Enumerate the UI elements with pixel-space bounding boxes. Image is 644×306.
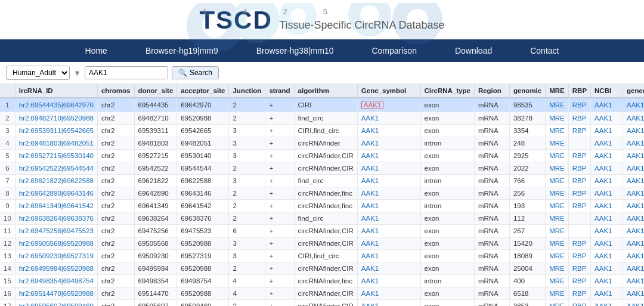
ncbi-link[interactable]: AAK1 [591,275,623,288]
ncbi-link[interactable]: AAK1 [591,125,623,137]
genecards-link[interactable]: AAK1 [623,300,644,307]
nav-download[interactable]: Download [436,39,511,62]
table-row[interactable]: 12hr2:69505568|69520988chr26950556869520… [0,237,644,250]
nav-contact[interactable]: Contact [511,39,578,62]
gene-symbol[interactable]: AAK1 [357,112,420,125]
nav-browser-hg19[interactable]: Browser-hg19|mm9 [126,39,237,62]
circrna-id[interactable]: hr2:69509230|69527319 [15,250,97,262]
genecards-link[interactable]: AAK1 [623,125,644,137]
rbp-link[interactable] [568,225,590,237]
circrna-id[interactable]: hr2:69481803|69482051 [15,137,97,150]
circrna-id[interactable]: hr2:69642890|69643146 [15,187,97,200]
ncbi-link[interactable]: AAK1 [591,175,623,187]
search-input[interactable] [85,66,168,79]
ncbi-link[interactable]: AAK1 [591,112,623,125]
table-row[interactable]: 11hr2:69475256|69475523chr26947525669475… [0,225,644,237]
mre-link[interactable]: MRE [546,98,569,112]
table-row[interactable]: 10hr2:69638264|69638376chr26963826469638… [0,212,644,225]
circrna-id[interactable]: hr2:69544435|69642970 [15,98,97,112]
circrna-id[interactable]: hr2:69527215|69530140 [15,150,97,162]
mre-link[interactable]: MRE [546,262,569,275]
mre-link[interactable]: MRE [546,275,569,288]
table-row[interactable]: 6hr2:69542522|69544544chr269542522695445… [0,162,644,175]
genecards-link[interactable]: AAK1 [623,112,644,125]
genecards-link[interactable]: AAK1 [623,275,644,288]
species-dropdown[interactable]: Human_Adult Human_Fetal Mouse_Adult Mous… [6,66,70,80]
table-row[interactable]: 13hr2:69509230|69527319chr26950923069527… [0,250,644,262]
ncbi-link[interactable]: AAK1 [591,250,623,262]
genecards-link[interactable]: AAK1 [623,98,644,112]
mre-link[interactable]: MRE [546,237,569,250]
table-row[interactable]: 17hr2:69505607|69509460chr26950560769509… [0,300,644,307]
genecards-link[interactable]: AAK1 [623,262,644,275]
gene-symbol[interactable]: AAK1 [357,275,420,288]
nav-comparison[interactable]: Comparison [352,39,435,62]
rbp-link[interactable]: RBP [568,112,590,125]
search-button[interactable]: 🔍 Search [172,66,219,79]
gene-symbol[interactable]: AAK1 [357,300,420,307]
rbp-link[interactable] [568,137,590,150]
circrna-id[interactable]: hr2:69505607|69509460 [15,300,97,307]
gene-symbol[interactable]: AAK1 [357,250,420,262]
mre-link[interactable]: MRE [546,150,569,162]
ncbi-link[interactable]: AAK1 [591,212,623,225]
mre-link[interactable]: MRE [546,187,569,200]
circrna-id[interactable]: hr2:69539311|69542665 [15,125,97,137]
rbp-link[interactable]: RBP [568,275,590,288]
genecards-link[interactable]: AAK1 [623,200,644,212]
circrna-id[interactable]: hr2:69542522|69544544 [15,162,97,175]
mre-link[interactable]: MRE [546,300,569,307]
table-row[interactable]: 5hr2:69527215|69530140chr269527215695301… [0,150,644,162]
circrna-id[interactable]: hr2:69498354|69498754 [15,275,97,288]
gene-symbol[interactable]: AAK1 [357,162,420,175]
circrna-id[interactable]: hr2:69495984|69520988 [15,262,97,275]
mre-link[interactable]: MRE [546,288,569,300]
circrna-id[interactable]: hr2:69514470|69520988 [15,288,97,300]
mre-link[interactable]: MRE [546,112,569,125]
gene-symbol[interactable]: AAK1 [357,288,420,300]
ncbi-link[interactable]: AAK1 [591,162,623,175]
circrna-id[interactable]: hr2:69475256|69475523 [15,225,97,237]
ncbi-link[interactable]: AAK1 [591,187,623,200]
mre-link[interactable]: MRE [546,175,569,187]
gene-symbol[interactable]: AAK1 [357,187,420,200]
ncbi-link[interactable]: AAK1 [591,137,623,150]
table-row[interactable]: 8hr2:69642890|69643146chr269642890696431… [0,187,644,200]
mre-link[interactable]: MRE [546,212,569,225]
rbp-link[interactable]: RBP [568,237,590,250]
rbp-link[interactable]: RBP [568,125,590,137]
rbp-link[interactable] [568,212,590,225]
mre-link[interactable]: MRE [546,225,569,237]
table-row[interactable]: 16hr2:69514470|69520988chr26951447069520… [0,288,644,300]
genecards-link[interactable]: AAK1 [623,150,644,162]
nav-browser-hg38[interactable]: Browser-hg38|mm10 [237,39,353,62]
rbp-link[interactable]: RBP [568,250,590,262]
rbp-link[interactable]: RBP [568,162,590,175]
gene-symbol[interactable]: AAK1 [357,237,420,250]
genecards-link[interactable]: AAK1 [623,187,644,200]
circrna-id[interactable]: hr2:69505568|69520988 [15,237,97,250]
table-row[interactable]: 15hr2:69498354|69498754chr26949835469498… [0,275,644,288]
table-row[interactable]: 3hr2:69539311|69542665chr269539311695426… [0,125,644,137]
circrna-id[interactable]: hr2:69641349|69641542 [15,200,97,212]
ncbi-link[interactable]: AAK1 [591,150,623,162]
genecards-link[interactable]: AAK1 [623,162,644,175]
table-row[interactable]: 1hr2:69544435|69642970chr269544435696429… [0,98,644,112]
gene-symbol[interactable]: AAK1 [357,125,420,137]
genecards-link[interactable]: AAK1 [623,175,644,187]
mre-link[interactable]: MRE [546,200,569,212]
rbp-link[interactable]: RBP [568,150,590,162]
ncbi-link[interactable]: AAK1 [591,288,623,300]
ncbi-link[interactable]: AAK1 [591,98,623,112]
gene-symbol[interactable]: AAK1 [357,98,420,112]
circrna-id[interactable]: hr2:69482710|69520988 [15,112,97,125]
ncbi-link[interactable]: AAK1 [591,237,623,250]
genecards-link[interactable]: AAK1 [623,212,644,225]
circrna-id[interactable]: hr2:69621822|69622588 [15,175,97,187]
ncbi-link[interactable]: AAK1 [591,262,623,275]
gene-symbol[interactable]: AAK1 [357,212,420,225]
circrna-id[interactable]: hr2:69638264|69638376 [15,212,97,225]
gene-symbol[interactable]: AAK1 [357,225,420,237]
mre-link[interactable]: MRE [546,250,569,262]
ncbi-link[interactable]: AAK1 [591,200,623,212]
